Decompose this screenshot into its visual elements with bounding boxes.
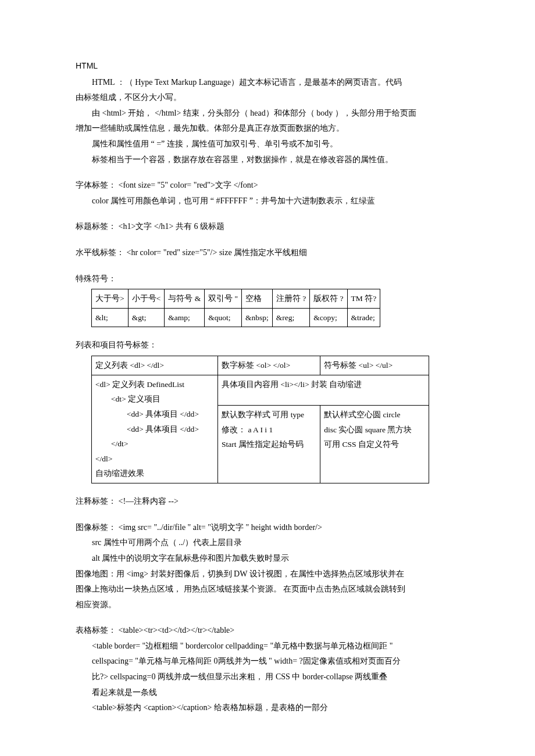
dl-l1: <dl> 定义列表 DefinedList (95, 377, 214, 392)
img-line-2: src 属性中可用两个点（ ../）代表上层目录 (76, 535, 459, 551)
dl-l6: </dl> (95, 452, 214, 467)
sym-h-1: 小于号< (128, 289, 165, 309)
ul-l2: disc 实心圆 square 黑方块 (324, 422, 425, 438)
list-table: 定义列表 <dl> </dl> 数字标签 <ol> </ol> 符号标签 <ul… (91, 356, 429, 483)
intro-line-1b: 由标签组成，不区分大小写。 (76, 90, 459, 106)
img-line-4: 图像地图：用 <img> 封装好图像后，切换到 DW 设计视图，在属性中选择热点… (76, 567, 459, 582)
sym-h-3: 双引号 " (205, 289, 242, 309)
header-tag-line: 标题标签： <h1>文字 </h1> 共有 6 级标题 (76, 219, 459, 235)
dl-l7: 自动缩进效果 (95, 466, 214, 481)
intro-line-1: HTML ：（ Hype Text Markup Language）超文本标记语… (76, 75, 459, 91)
sym-h-5: 注册符 ? (272, 289, 309, 309)
sym-h-4: 空格 (242, 289, 273, 309)
img-line-6: 相应资源。 (76, 597, 459, 613)
sym-h-0: 大于号> (92, 289, 129, 309)
table-line-4: 比?> cellspacing=0 两线并成一线但显示出来粗， 用 CSS 中 … (76, 669, 459, 685)
sym-h-6: 版权符 ? (310, 289, 347, 309)
ul-l1: 默认样式空心圆 circle (324, 407, 425, 422)
table-row: &lt; &gt; &amp; &quot; &nbsp; &reg; &cop… (92, 308, 380, 327)
symbols-title: 特殊符号： (76, 271, 459, 287)
dl-l4: <dd> 具体项目 </dd> (95, 422, 214, 437)
cell-dl-body: <dl> 定义列表 DefinedList <dt> 定义项目 <dd> 具体项… (92, 375, 218, 483)
intro-line-2b: 增加一些辅助或属性信息，最先加载。体部分是真正存放页面数据的地方。 (76, 121, 459, 137)
font-tag-line-1: 字体标签： <font size= "5" color= "red">文字 </… (76, 178, 459, 194)
sym-v-6: &copy; (310, 308, 347, 327)
cell-ul-body: 默认样式空心圆 circle disc 实心圆 square 黑方块 可用 CS… (320, 405, 429, 483)
sym-h-2: 与符号 & (165, 289, 205, 309)
img-line-3: alt 属性中的说明文字在鼠标悬停和图片加载失败时显示 (76, 551, 459, 567)
intro-line-3: 属性和属性值用 “ =” 连接，属性值可加双引号、单引号或不加引号。 (76, 137, 459, 152)
ol-l1: 默认数字样式 可用 type (222, 407, 316, 422)
dl-l3: <dd> 具体项目 </dd> (95, 407, 214, 422)
cell-li: 具体项目内容用 <li></li> 封装 自动缩进 (218, 375, 429, 405)
table-row: 大于号> 小于号< 与符号 & 双引号 " 空格 注册符 ? 版权符 ? TM … (92, 289, 380, 309)
table-row: <dl> 定义列表 DefinedList <dt> 定义项目 <dd> 具体项… (92, 375, 429, 405)
cell-ul: 符号标签 <ul> </ul> (320, 356, 429, 375)
img-line-1: 图像标签： <img src= "../dir/file " alt= "说明文… (76, 520, 459, 536)
sym-v-2: &amp; (165, 308, 205, 327)
hr-tag-line: 水平线标签： <hr color= "red" size="5"/> size … (76, 245, 459, 261)
table-line-2: <table border= "边框粗细 " bordercolor cellp… (76, 639, 459, 654)
img-line-5: 图像上拖动出一块热点区域， 用热点区域链接某个资源。 在页面中点击热点区域就会跳… (76, 582, 459, 597)
sym-v-4: &nbsp; (242, 308, 273, 327)
table-line-6: <table>标签内 <caption></caption> 给表格加标题，是表… (76, 700, 459, 716)
cell-ol: 数字标签 <ol> </ol> (218, 356, 320, 375)
dl-l5: </dt> (95, 436, 214, 452)
list-title: 列表和项目符号标签： (76, 338, 459, 353)
dl-l2: <dt> 定义项目 (95, 392, 214, 407)
intro-line-4: 标签相当于一个容器，数据存放在容器里，对数据操作，就是在修改容器的属性值。 (76, 152, 459, 168)
table-line-1: 表格标签： <table><tr><td></td></tr></table> (76, 623, 459, 639)
ol-l3: Start 属性指定起始号码 (222, 437, 316, 452)
page-title: HTML (76, 58, 459, 74)
ul-l3: 可用 CSS 自定义符号 (324, 437, 425, 452)
intro-line-2: 由 <html> 开始， </html> 结束，分头部分（ head）和体部分（… (76, 106, 459, 121)
table-row: 定义列表 <dl> </dl> 数字标签 <ol> </ol> 符号标签 <ul… (92, 356, 429, 375)
font-tag-line-2: color 属性可用颜色单词，也可用 “ #FFFFFF ”：井号加十六进制数表… (76, 194, 459, 209)
sym-v-0: &lt; (92, 308, 129, 327)
comment-tag-line: 注释标签： <!—注释内容 --> (76, 494, 459, 510)
symbols-table: 大于号> 小于号< 与符号 & 双引号 " 空格 注册符 ? 版权符 ? TM … (91, 289, 380, 327)
table-line-3: cellspacing= "单元格与单元格间距 0两线并为一线 " width=… (76, 654, 459, 669)
sym-v-1: &gt; (128, 308, 165, 327)
sym-v-7: &trade; (347, 308, 380, 327)
table-line-5: 看起来就是一条线 (76, 685, 459, 701)
cell-dl: 定义列表 <dl> </dl> (92, 356, 218, 375)
ol-l2: 修改： a A I i 1 (222, 422, 316, 438)
sym-v-5: &reg; (272, 308, 309, 327)
sym-v-3: &quot; (205, 308, 242, 327)
cell-ol-body: 默认数字样式 可用 type 修改： a A I i 1 Start 属性指定起… (218, 405, 320, 483)
sym-h-7: TM 符? (347, 289, 380, 309)
